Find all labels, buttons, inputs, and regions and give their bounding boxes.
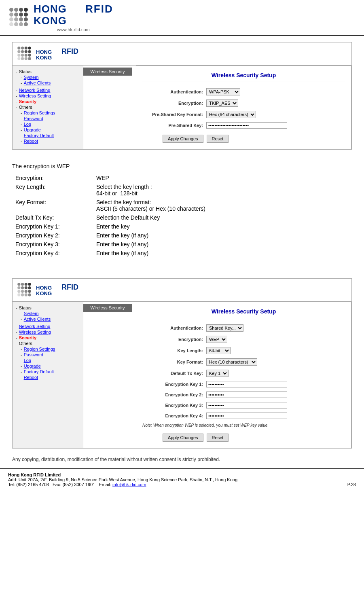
sidebar-item-security[interactable]: - Security [16, 99, 80, 104]
p2-sidebar-item-upgrade[interactable]: - Upgrade [21, 363, 80, 369]
p2-sidebar-item-security[interactable]: - Security [16, 335, 80, 341]
sidebar-item-factory[interactable]: - Factory Default [21, 133, 80, 138]
p2-sidebar-link-log[interactable]: Log [24, 358, 31, 363]
authentication-select[interactable]: WPA-PSK WPA2-PSK Shared Key Disable [206, 88, 240, 95]
sidebar-item-wireless-setting[interactable]: - Wireless Setting [16, 93, 80, 99]
svg-point-5 [14, 13, 18, 17]
p2-sidebar-others: - Others [16, 341, 80, 346]
sidebar-item-network-setting[interactable]: - Network Setting [16, 87, 80, 93]
sidebar-item-upgrade[interactable]: - Upgrade [21, 127, 80, 133]
footer: Hong Kong RFID Limited Add: Unit 207A, 2… [0, 468, 364, 490]
p2-key-format-row: Key Format: Hex (10 characters) ASCII (5… [142, 358, 345, 366]
sidebar-link-system[interactable]: System [24, 75, 39, 80]
p2-authentication-select[interactable]: Shared Key... WPA-PSK Disable [206, 324, 243, 332]
p2-sidebar-link-system[interactable]: System [24, 311, 39, 316]
p2-sidebar-link-reboot[interactable]: Reboot [24, 375, 38, 380]
p2-sidebar-link-network-setting[interactable]: Network Setting [19, 324, 51, 329]
sidebar-item-log[interactable]: - Log [21, 121, 80, 127]
svg-point-33 [21, 283, 24, 286]
p2-sidebar-link-password[interactable]: Password [24, 352, 43, 357]
p2-sidebar-link-upgrade[interactable]: Upgrade [24, 364, 41, 368]
panel-logo-dots-icon [17, 46, 33, 62]
authentication-label: Authentication: [142, 89, 203, 94]
sidebar-item-region[interactable]: - Region Settings [21, 110, 80, 116]
svg-point-16 [17, 47, 20, 49]
p2-sidebar-item-log[interactable]: - Log [21, 358, 80, 363]
p2-encryption-select[interactable]: WEP TKIP AES [206, 336, 227, 343]
sidebar-link-wireless-setting[interactable]: Wireless Setting [19, 93, 51, 98]
svg-point-34 [25, 283, 28, 286]
reset-button-1[interactable]: Reset [207, 135, 229, 143]
p2-enc-key2-input[interactable] [206, 391, 287, 398]
svg-point-28 [17, 57, 20, 60]
panel-1-content: Wireless Security Wireless Security Setu… [83, 66, 351, 149]
sidebar-link-log[interactable]: Log [24, 122, 31, 127]
sidebar-item-active-clients[interactable]: - Active Clients [21, 80, 80, 86]
pre-shared-key-format-select[interactable]: Hex (64 characters) ASCII [206, 111, 256, 118]
p2-sidebar-sub-items: - System - Active Clients [16, 311, 80, 322]
p2-sidebar-item-reboot[interactable]: - Reboot [21, 375, 80, 380]
p2-sidebar-link-wireless-setting[interactable]: Wireless Setting [19, 330, 51, 334]
table-row: Encryption Key 2: Enter the key (if any) [12, 231, 352, 240]
p2-sidebar-item-factory[interactable]: - Factory Default [21, 369, 80, 375]
sidebar-link-active-clients[interactable]: Active Clients [24, 80, 51, 85]
p2-sidebar-item-region[interactable]: - Region Settings [21, 346, 80, 352]
p2-enc-key4-input[interactable] [206, 413, 287, 419]
pre-shared-key-input[interactable] [206, 122, 287, 129]
panel-2-hong: HONG [36, 285, 52, 290]
p2-sidebar-link-security[interactable]: Security [19, 335, 36, 340]
sidebar-link-network-setting[interactable]: Network Setting [19, 88, 51, 93]
svg-point-23 [28, 50, 31, 53]
svg-point-31 [28, 57, 31, 60]
p2-sidebar-item-active-clients[interactable]: - Active Clients [21, 316, 80, 322]
authentication-row: Authentication: WPA-PSK WPA2-PSK Shared … [142, 88, 345, 95]
p2-enc-key1-input[interactable] [206, 381, 287, 387]
svg-point-26 [25, 54, 28, 57]
svg-point-12 [9, 22, 13, 26]
panel-logo: HONG RFID KONG [17, 46, 78, 62]
panel-2: HONG RFID KONG - Status - [12, 278, 352, 449]
panel-1-header: HONG RFID KONG [13, 42, 351, 66]
sidebar-link-region[interactable]: Region Settings [24, 110, 55, 115]
p2-key-format-select[interactable]: Hex (10 characters) ASCII (5 characters) [206, 358, 257, 366]
p2-authentication-label: Authentication: [142, 326, 203, 330]
svg-point-4 [9, 13, 13, 17]
sidebar-item-system[interactable]: - System [21, 74, 80, 80]
sidebar-link-factory[interactable]: Factory Default [24, 133, 54, 138]
p2-key-format-label: Key Format: [142, 360, 203, 364]
svg-point-8 [9, 17, 13, 21]
p2-encryption-label: Encryption: [142, 337, 203, 342]
p2-sidebar-item-system[interactable]: - System [21, 311, 80, 316]
svg-point-24 [17, 54, 20, 57]
footer-email-link[interactable]: info@hk-rfid.com [112, 482, 146, 487]
sidebar-item-reboot[interactable]: - Reboot [21, 138, 80, 144]
svg-point-11 [24, 17, 28, 21]
sidebar-link-upgrade[interactable]: Upgrade [24, 127, 41, 132]
sidebar-link-security[interactable]: Security [19, 99, 36, 104]
p2-sidebar-item-network-setting[interactable]: - Network Setting [16, 324, 80, 329]
sidebar-link-password[interactable]: Password [24, 116, 43, 121]
sidebar-item-password[interactable]: - Password [21, 116, 80, 121]
label-enc-key1: Encryption Key 1: [12, 222, 93, 231]
logo-dots-icon [8, 6, 30, 29]
svg-point-45 [21, 293, 24, 296]
p2-enc-key3-input[interactable] [206, 402, 287, 408]
p2-sidebar-link-active-clients[interactable]: Active Clients [24, 317, 51, 322]
sidebar-link-reboot[interactable]: Reboot [24, 139, 38, 144]
svg-point-1 [14, 8, 18, 12]
encryption-select[interactable]: TKIP_AES TKIP AES [206, 99, 238, 107]
label-enc-key4: Encryption Key 4: [12, 249, 93, 258]
reset-button-2[interactable]: Reset [207, 434, 229, 442]
panel-2-logo: HONG RFID KONG [17, 282, 78, 298]
p2-sidebar-item-wireless-setting[interactable]: - Wireless Setting [16, 329, 80, 335]
apply-changes-button-1[interactable]: Apply Changes [163, 135, 203, 143]
svg-point-14 [19, 22, 23, 26]
p2-sidebar-link-region[interactable]: Region Settings [24, 347, 55, 351]
p2-encryption-row: Encryption: WEP TKIP AES [142, 336, 345, 343]
p2-sidebar-link-factory[interactable]: Factory Default [24, 369, 54, 374]
p2-key-length-select[interactable]: 64-bit 128-bit [206, 347, 231, 354]
main-content: HONG RFID KONG - Status - [0, 36, 364, 468]
apply-changes-button-2[interactable]: Apply Changes [163, 434, 203, 442]
p2-sidebar-item-password[interactable]: - Password [21, 352, 80, 358]
p2-default-tx-select[interactable]: Key 1 Key 2 Key 3 Key 4 [206, 370, 229, 377]
